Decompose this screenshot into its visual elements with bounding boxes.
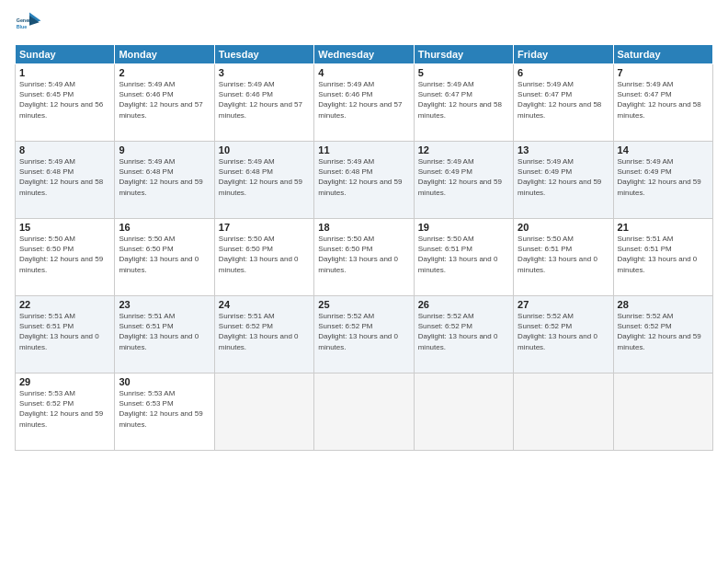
day-detail: Sunrise: 5:49 AM Sunset: 6:46 PM Dayligh… — [318, 79, 409, 121]
day-detail: Sunrise: 5:49 AM Sunset: 6:48 PM Dayligh… — [219, 156, 310, 198]
day-detail: Sunrise: 5:49 AM Sunset: 6:46 PM Dayligh… — [119, 79, 210, 121]
day-detail: Sunrise: 5:51 AM Sunset: 6:51 PM Dayligh… — [618, 234, 709, 275]
calendar-cell — [514, 373, 613, 451]
calendar: SundayMondayTuesdayWednesdayThursdayFrid… — [15, 44, 713, 451]
calendar-cell — [314, 373, 414, 451]
day-of-week-header: Saturday — [613, 45, 712, 64]
day-of-week-header: Monday — [115, 45, 214, 64]
calendar-cell: 8 Sunrise: 5:49 AM Sunset: 6:48 PM Dayli… — [16, 142, 115, 219]
day-detail: Sunrise: 5:49 AM Sunset: 6:48 PM Dayligh… — [19, 156, 110, 198]
day-detail: Sunrise: 5:49 AM Sunset: 6:47 PM Dayligh… — [418, 79, 509, 121]
day-number: 11 — [318, 144, 409, 155]
day-number: 27 — [518, 299, 609, 310]
day-number: 16 — [119, 222, 210, 233]
calendar-cell: 24 Sunrise: 5:51 AM Sunset: 6:52 PM Dayl… — [214, 296, 313, 373]
day-number: 10 — [219, 144, 310, 155]
calendar-cell: 10 Sunrise: 5:49 AM Sunset: 6:48 PM Dayl… — [214, 142, 313, 219]
day-number: 9 — [119, 144, 210, 155]
day-number: 28 — [618, 299, 709, 310]
calendar-cell: 9 Sunrise: 5:49 AM Sunset: 6:48 PM Dayli… — [115, 142, 214, 219]
calendar-week-row: 15 Sunrise: 5:50 AM Sunset: 6:50 PM Dayl… — [16, 219, 713, 296]
calendar-cell: 29 Sunrise: 5:53 AM Sunset: 6:52 PM Dayl… — [16, 373, 115, 451]
day-detail: Sunrise: 5:49 AM Sunset: 6:49 PM Dayligh… — [618, 156, 709, 198]
day-detail: Sunrise: 5:51 AM Sunset: 6:51 PM Dayligh… — [19, 311, 110, 352]
calendar-cell: 21 Sunrise: 5:51 AM Sunset: 6:51 PM Dayl… — [613, 219, 712, 296]
calendar-cell — [414, 373, 513, 451]
day-detail: Sunrise: 5:50 AM Sunset: 6:50 PM Dayligh… — [119, 234, 210, 275]
calendar-cell — [214, 373, 313, 451]
logo-icon: General Blue — [15, 9, 44, 39]
day-of-week-header: Tuesday — [214, 45, 313, 64]
day-number: 7 — [618, 67, 709, 78]
svg-text:Blue: Blue — [17, 24, 28, 29]
day-number: 18 — [318, 222, 409, 233]
calendar-cell: 17 Sunrise: 5:50 AM Sunset: 6:50 PM Dayl… — [214, 219, 313, 296]
calendar-cell: 27 Sunrise: 5:52 AM Sunset: 6:52 PM Dayl… — [514, 296, 613, 373]
calendar-cell: 19 Sunrise: 5:50 AM Sunset: 6:51 PM Dayl… — [414, 219, 513, 296]
calendar-week-row: 22 Sunrise: 5:51 AM Sunset: 6:51 PM Dayl… — [16, 296, 713, 373]
day-detail: Sunrise: 5:49 AM Sunset: 6:47 PM Dayligh… — [618, 79, 709, 121]
day-detail: Sunrise: 5:52 AM Sunset: 6:52 PM Dayligh… — [618, 311, 709, 352]
day-number: 12 — [418, 144, 509, 155]
calendar-week-row: 29 Sunrise: 5:53 AM Sunset: 6:52 PM Dayl… — [16, 373, 713, 451]
day-number: 30 — [119, 376, 210, 387]
day-number: 15 — [19, 222, 110, 233]
day-number: 2 — [119, 67, 210, 78]
calendar-cell: 7 Sunrise: 5:49 AM Sunset: 6:47 PM Dayli… — [613, 64, 712, 142]
day-of-week-header: Friday — [514, 45, 613, 64]
calendar-cell: 23 Sunrise: 5:51 AM Sunset: 6:51 PM Dayl… — [115, 296, 214, 373]
day-detail: Sunrise: 5:50 AM Sunset: 6:50 PM Dayligh… — [318, 234, 409, 275]
day-number: 8 — [19, 144, 110, 155]
day-detail: Sunrise: 5:49 AM Sunset: 6:49 PM Dayligh… — [518, 156, 609, 198]
day-detail: Sunrise: 5:49 AM Sunset: 6:46 PM Dayligh… — [219, 79, 310, 121]
calendar-week-row: 8 Sunrise: 5:49 AM Sunset: 6:48 PM Dayli… — [16, 142, 713, 219]
calendar-cell: 2 Sunrise: 5:49 AM Sunset: 6:46 PM Dayli… — [115, 64, 214, 142]
calendar-cell: 20 Sunrise: 5:50 AM Sunset: 6:51 PM Dayl… — [514, 219, 613, 296]
calendar-cell: 4 Sunrise: 5:49 AM Sunset: 6:46 PM Dayli… — [314, 64, 414, 142]
calendar-cell: 5 Sunrise: 5:49 AM Sunset: 6:47 PM Dayli… — [414, 64, 513, 142]
calendar-cell: 22 Sunrise: 5:51 AM Sunset: 6:51 PM Dayl… — [16, 296, 115, 373]
day-detail: Sunrise: 5:49 AM Sunset: 6:45 PM Dayligh… — [19, 79, 110, 121]
day-number: 20 — [518, 222, 609, 233]
day-detail: Sunrise: 5:53 AM Sunset: 6:53 PM Dayligh… — [119, 388, 210, 430]
day-detail: Sunrise: 5:52 AM Sunset: 6:52 PM Dayligh… — [418, 311, 509, 352]
day-number: 24 — [219, 299, 310, 310]
header: General Blue — [15, 9, 713, 39]
day-number: 21 — [618, 222, 709, 233]
day-detail: Sunrise: 5:49 AM Sunset: 6:49 PM Dayligh… — [418, 156, 509, 198]
day-number: 26 — [418, 299, 509, 310]
day-number: 29 — [19, 376, 110, 387]
day-number: 22 — [19, 299, 110, 310]
svg-text:General: General — [17, 17, 35, 23]
calendar-cell: 14 Sunrise: 5:49 AM Sunset: 6:49 PM Dayl… — [613, 142, 712, 219]
day-of-week-header: Sunday — [16, 45, 115, 64]
calendar-cell: 25 Sunrise: 5:52 AM Sunset: 6:52 PM Dayl… — [314, 296, 414, 373]
logo: General Blue — [15, 9, 44, 39]
calendar-cell: 16 Sunrise: 5:50 AM Sunset: 6:50 PM Dayl… — [115, 219, 214, 296]
day-detail: Sunrise: 5:51 AM Sunset: 6:52 PM Dayligh… — [219, 311, 310, 352]
day-number: 5 — [418, 67, 509, 78]
day-number: 25 — [318, 299, 409, 310]
calendar-week-row: 1 Sunrise: 5:49 AM Sunset: 6:45 PM Dayli… — [16, 64, 713, 142]
calendar-cell: 30 Sunrise: 5:53 AM Sunset: 6:53 PM Dayl… — [115, 373, 214, 451]
day-detail: Sunrise: 5:49 AM Sunset: 6:48 PM Dayligh… — [119, 156, 210, 198]
day-detail: Sunrise: 5:51 AM Sunset: 6:51 PM Dayligh… — [119, 311, 210, 352]
day-detail: Sunrise: 5:52 AM Sunset: 6:52 PM Dayligh… — [318, 311, 409, 352]
day-detail: Sunrise: 5:50 AM Sunset: 6:50 PM Dayligh… — [19, 234, 110, 275]
calendar-header-row: SundayMondayTuesdayWednesdayThursdayFrid… — [16, 45, 713, 64]
day-detail: Sunrise: 5:49 AM Sunset: 6:47 PM Dayligh… — [518, 79, 609, 121]
day-number: 17 — [219, 222, 310, 233]
day-number: 19 — [418, 222, 509, 233]
calendar-cell: 18 Sunrise: 5:50 AM Sunset: 6:50 PM Dayl… — [314, 219, 414, 296]
calendar-cell: 6 Sunrise: 5:49 AM Sunset: 6:47 PM Dayli… — [514, 64, 613, 142]
calendar-cell: 26 Sunrise: 5:52 AM Sunset: 6:52 PM Dayl… — [414, 296, 513, 373]
day-detail: Sunrise: 5:50 AM Sunset: 6:50 PM Dayligh… — [219, 234, 310, 275]
day-detail: Sunrise: 5:50 AM Sunset: 6:51 PM Dayligh… — [518, 234, 609, 275]
day-detail: Sunrise: 5:53 AM Sunset: 6:52 PM Dayligh… — [19, 388, 110, 430]
page: General Blue SundayMondayTuesdayWednesda… — [0, 0, 728, 563]
calendar-cell: 3 Sunrise: 5:49 AM Sunset: 6:46 PM Dayli… — [214, 64, 313, 142]
calendar-cell: 28 Sunrise: 5:52 AM Sunset: 6:52 PM Dayl… — [613, 296, 712, 373]
day-number: 23 — [119, 299, 210, 310]
day-number: 4 — [318, 67, 409, 78]
calendar-cell: 12 Sunrise: 5:49 AM Sunset: 6:49 PM Dayl… — [414, 142, 513, 219]
